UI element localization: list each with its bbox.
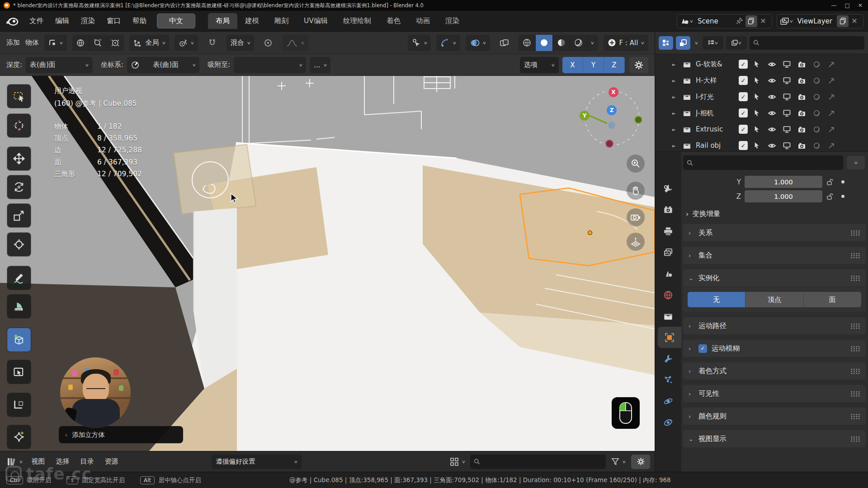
footer-menu-3[interactable]: 资源 [99, 455, 124, 468]
disable-viewport-icon[interactable] [781, 76, 793, 85]
disable-render-icon[interactable] [796, 125, 807, 134]
properties-tab-constraints[interactable] [655, 412, 681, 433]
disable-viewport-icon[interactable] [781, 141, 793, 150]
section-motion-blur[interactable]: ›✓运动模糊 [683, 340, 866, 357]
chevron-down-icon[interactable]: ∨ [694, 41, 698, 45]
globe-icon[interactable] [72, 35, 90, 51]
tool-vertex-tool[interactable] [7, 425, 31, 449]
outliner-row-2[interactable]: ►I-灯光✓ [655, 89, 868, 105]
wireframe-shading-icon[interactable] [519, 35, 536, 51]
rendered-shading-icon[interactable] [570, 35, 587, 51]
workspace-tab-纹理绘制[interactable]: 纹理绘制 [335, 13, 379, 29]
hide-eye-icon[interactable] [766, 141, 778, 150]
collection-name[interactable]: J-相机 [696, 109, 736, 117]
holdout-icon[interactable] [811, 141, 822, 150]
drag-grip-icon[interactable] [850, 436, 860, 442]
drag-grip-icon[interactable] [850, 323, 860, 329]
holdout-icon[interactable] [811, 93, 822, 101]
outliner-search-input[interactable] [762, 39, 861, 47]
menu-1[interactable]: 编辑 [49, 14, 75, 28]
tool-add-cube[interactable] [7, 328, 31, 352]
shading-dropdown[interactable]: ∨ [587, 35, 598, 51]
gizmo-axis-y-negative[interactable] [634, 116, 642, 124]
disable-render-icon[interactable] [796, 60, 807, 69]
expand-arrow-icon[interactable]: ► [672, 127, 678, 132]
add-menu[interactable]: 添加 [6, 38, 20, 47]
axis-x-button[interactable]: X [562, 57, 583, 73]
scene-name[interactable]: Scene [693, 17, 734, 25]
proportional-falloff-dropdown[interactable]: ∨ [282, 35, 308, 51]
menu-0[interactable]: 文件 [24, 14, 49, 28]
collection-name[interactable]: H-大样 [696, 76, 736, 85]
section-collections[interactable]: ›集合 [683, 247, 866, 264]
minimize-button[interactable]: — [831, 2, 837, 9]
drag-grip-icon[interactable] [850, 346, 860, 352]
expand-arrow-icon[interactable]: ► [672, 94, 678, 99]
hide-eye-icon[interactable] [766, 76, 778, 85]
scale-z-field[interactable]: 1.000 [745, 190, 822, 202]
hide-eye-icon[interactable] [766, 60, 778, 69]
material-preview-shading-icon[interactable] [553, 35, 570, 51]
expand-arrow-icon[interactable]: ► [672, 62, 678, 67]
properties-tab-render[interactable] [655, 199, 681, 221]
collection-checkbox[interactable]: ✓ [739, 125, 748, 134]
filter-dropdown[interactable]: ∨ [609, 454, 627, 470]
lock-open-icon[interactable] [826, 178, 834, 186]
mode-dropdown[interactable]: ∨ [44, 35, 67, 51]
unlink-scene-button[interactable]: ✕ [757, 15, 769, 27]
display-mode-dropdown[interactable]: ∨ [448, 454, 467, 470]
properties-tab-scene[interactable] [655, 263, 681, 284]
blender-logo-icon[interactable] [5, 15, 19, 27]
animate-dot-icon[interactable] [841, 180, 844, 183]
disable-render-icon[interactable] [796, 93, 807, 101]
solid-shading-icon[interactable] [536, 35, 553, 51]
expand-arrow-icon[interactable]: ► [672, 111, 678, 116]
drag-grip-icon[interactable] [850, 253, 860, 258]
workspace-tab-雕刻[interactable]: 雕刻 [267, 13, 296, 29]
section-instancing[interactable]: ⌄实例化 [683, 269, 866, 286]
outliner-row-4[interactable]: ►Extrusic✓ [655, 121, 868, 137]
disable-render-icon[interactable] [796, 141, 807, 150]
snap-to-dropdown[interactable]: ∨ [234, 57, 306, 73]
collection-checkbox[interactable]: ✓ [739, 76, 748, 85]
scene-selector[interactable]: ∨ Scene ✕ [677, 14, 772, 28]
properties-tab-tool[interactable] [655, 178, 681, 199]
outliner-display-mode-icon[interactable] [676, 36, 690, 50]
collection-name[interactable]: Rail obj [696, 141, 736, 150]
section-color[interactable]: ›颜色规则 [683, 408, 866, 425]
tool-annotate[interactable] [7, 266, 31, 290]
tool-scale[interactable] [7, 204, 31, 227]
outliner-row-0[interactable]: ►G-软装&✓ [655, 56, 868, 72]
indirect-only-icon[interactable] [826, 76, 837, 85]
disable-viewport-icon[interactable] [781, 125, 793, 134]
section-delta-transform[interactable]: › 变换增量 [686, 209, 864, 219]
maximize-button[interactable]: □ [845, 2, 850, 9]
outliner-search[interactable] [750, 36, 864, 50]
holdout-icon[interactable] [811, 109, 822, 117]
indirect-only-icon[interactable] [826, 109, 837, 117]
footer-menu-1[interactable]: 选择 [51, 455, 75, 468]
properties-search-input[interactable] [696, 159, 840, 167]
outliner-row-3[interactable]: ►J-相机✓ [655, 105, 868, 121]
menu-3[interactable]: 窗口 [101, 14, 127, 28]
properties-tab-physics[interactable] [655, 390, 681, 412]
workspace-tab-渲染[interactable]: 渲染 [438, 13, 467, 29]
tool-move[interactable] [7, 147, 31, 170]
collection-name[interactable]: G-软装& [696, 60, 736, 69]
proportional-editing-toggle[interactable] [259, 35, 277, 51]
disable-viewport-icon[interactable] [781, 109, 793, 117]
motion-blur-checkbox[interactable]: ✓ [698, 344, 707, 353]
hide-eye-icon[interactable] [766, 109, 778, 117]
collection-checkbox[interactable]: ✓ [739, 60, 748, 69]
footer-editor-type-button[interactable]: ∨ [5, 454, 24, 470]
grid-toggle-button[interactable] [627, 233, 645, 251]
pan-hand-button[interactable] [627, 182, 645, 200]
asset-search-input[interactable] [483, 458, 602, 466]
drag-grip-icon[interactable] [850, 230, 860, 236]
selectable-icon[interactable] [751, 125, 763, 133]
workspace-tab-建模[interactable]: 建模 [237, 13, 267, 29]
xray-toggle[interactable] [495, 35, 513, 51]
holdout-icon[interactable] [811, 60, 822, 69]
disable-viewport-icon[interactable] [781, 93, 793, 101]
new-view-layer-button[interactable] [837, 15, 849, 27]
